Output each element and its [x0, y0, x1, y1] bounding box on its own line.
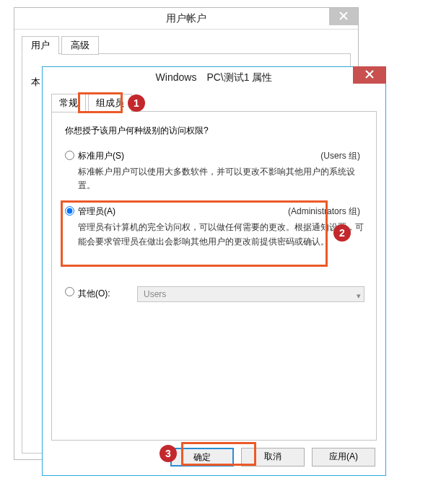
- option-admin-head: 管理员(A) (Administrators 组): [78, 205, 364, 218]
- option-other-label: 其他(O):: [78, 288, 121, 300]
- tab-advanced-label: 高级: [71, 40, 89, 50]
- ok-button-label: 确定: [193, 452, 211, 462]
- tab-users-label: 用户: [31, 40, 50, 50]
- tab-general[interactable]: 常规: [51, 94, 86, 112]
- option-admin: 管理员(A) (Administrators 组) 管理员有计算机的完全访问权，…: [65, 205, 364, 248]
- option-standard-head: 标准用户(S) (Users 组): [78, 150, 364, 162]
- access-level-prompt: 你想授予该用户何种级别的访问权限?: [65, 125, 364, 137]
- front-body: 常规 组成员 你想授予该用户何种级别的访问权限? 标准用户(S) (Users …: [43, 89, 385, 475]
- front-close-button[interactable]: [353, 66, 386, 84]
- front-titlebar: Windows PC\测试1 属性: [43, 67, 385, 89]
- back-panel-text: 本: [31, 76, 40, 87]
- radio-other[interactable]: [65, 287, 74, 296]
- option-standard-hint: (Users 组): [320, 150, 360, 162]
- option-admin-hint: (Administrators 组): [288, 205, 360, 218]
- tab-users[interactable]: 用户: [22, 36, 59, 55]
- back-close-button[interactable]: [329, 8, 358, 25]
- tab-advanced[interactable]: 高级: [61, 36, 99, 55]
- tab-membership[interactable]: 组成员: [88, 94, 132, 112]
- option-admin-label: 管理员(A): [78, 205, 115, 218]
- option-standard-label: 标准用户(S): [78, 150, 124, 162]
- spacer: [65, 262, 364, 286]
- cancel-button[interactable]: 取消: [241, 448, 305, 467]
- group-combo-value: Users: [144, 289, 166, 299]
- close-icon: [339, 12, 348, 20]
- front-window-title: Windows PC\测试1 属性: [43, 71, 385, 84]
- tab-membership-label: 组成员: [96, 97, 124, 108]
- close-icon: [365, 70, 374, 79]
- ok-button[interactable]: 确定: [170, 448, 234, 467]
- apply-button-label: 应用(A): [329, 451, 358, 461]
- back-window-title: 用户帐户: [14, 12, 358, 25]
- back-tabstrip: 用户 高级: [22, 35, 351, 54]
- apply-button[interactable]: 应用(A): [312, 448, 375, 467]
- radio-standard[interactable]: [65, 151, 74, 160]
- properties-window: Windows PC\测试1 属性 常规 组成员 你想授予该用户何种级别的访问权…: [42, 66, 386, 476]
- option-admin-desc: 管理员有计算机的完全访问权，可以做任何需要的更改。根据通知设置，可能会要求管理员…: [78, 221, 364, 248]
- cancel-button-label: 取消: [264, 451, 281, 461]
- option-standard-desc: 标准帐户用户可以使用大多数软件，并可以更改不影响其他用户的系统设置。: [78, 165, 364, 193]
- front-panel: 你想授予该用户何种级别的访问权限? 标准用户(S) (Users 组) 标准帐户…: [51, 112, 377, 441]
- front-tabstrip: 常规 组成员: [51, 93, 377, 112]
- group-combo[interactable]: Users ▾: [137, 286, 364, 302]
- back-titlebar: 用户帐户: [14, 8, 358, 30]
- dialog-button-row: 确定 取消 应用(A): [51, 441, 377, 467]
- chevron-down-icon: ▾: [357, 288, 361, 303]
- radio-admin[interactable]: [65, 206, 74, 216]
- option-other: 其他(O): Users ▾: [65, 286, 364, 302]
- tab-general-label: 常规: [59, 97, 78, 108]
- option-standard: 标准用户(S) (Users 组) 标准帐户用户可以使用大多数软件，并可以更改不…: [65, 150, 364, 193]
